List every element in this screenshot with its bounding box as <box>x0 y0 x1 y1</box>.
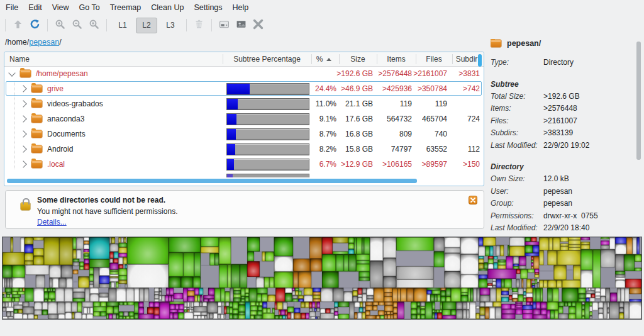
horizontal-scrollbar[interactable] <box>7 179 417 183</box>
percentage-bar <box>226 98 309 110</box>
column-header-subtree-percentage[interactable]: Subtree Percentage <box>223 52 311 66</box>
zoom-out-button[interactable] <box>69 17 86 33</box>
partial-row-bar <box>226 174 309 177</box>
chevron-right-icon[interactable] <box>19 100 26 107</box>
percent-cell: 8.2% <box>310 142 336 157</box>
subdirs-cell <box>451 96 480 111</box>
toolbar-separator <box>211 19 212 31</box>
details-row: User:pepesan <box>491 186 635 198</box>
warning-line2: You might not have sufficient permission… <box>37 206 177 218</box>
column-header-name[interactable]: Name <box>9 52 30 66</box>
zoom-fit-button[interactable] <box>86 17 103 33</box>
column-header-size[interactable]: Size <box>339 52 377 66</box>
refresh-button[interactable] <box>26 17 43 33</box>
details-row: Own Size:12.0 kB <box>491 173 635 186</box>
breadcrumb-link-pepesan[interactable]: pepesan <box>29 38 59 47</box>
details-scrollbar[interactable] <box>636 42 641 160</box>
column-header-percent[interactable]: % <box>311 52 336 66</box>
files-cell: >2161007 <box>414 66 447 81</box>
table-header: Name Subtree Percentage % Size Items Fil… <box>4 52 484 67</box>
menu-file[interactable]: File <box>1 3 23 12</box>
zoom-fit-icon <box>89 19 99 31</box>
item-name: .local <box>47 160 65 169</box>
percent-cell: 24.4% <box>310 81 336 96</box>
details-label: Last Modified: <box>491 140 543 152</box>
tree-rows: /home/pepesan>192.6 GB>2576448>2161007>3… <box>4 66 484 186</box>
details-link[interactable]: Details... <box>37 218 67 227</box>
menu-view[interactable]: View <box>47 3 74 12</box>
toolbar-separator <box>106 19 107 31</box>
column-header-items[interactable]: Items <box>377 52 416 66</box>
window-icon <box>219 19 230 31</box>
sort-ascending-icon <box>326 58 331 61</box>
show-treemap-button[interactable] <box>233 17 250 33</box>
item-name: Documents <box>47 130 86 138</box>
move-to-trash-button[interactable] <box>191 17 208 33</box>
menu-help[interactable]: Help <box>228 3 254 12</box>
details-label: Items: <box>491 103 543 115</box>
details-label: Type: <box>491 57 543 69</box>
zoom-out-icon <box>72 19 82 31</box>
zoom-in-button[interactable] <box>52 17 69 33</box>
item-name: videos-grabados <box>47 99 103 108</box>
table-row-home-pepesan[interactable]: /home/pepesan>192.6 GB>2576448>2161007>3… <box>4 66 484 81</box>
toolbar-separator <box>5 19 6 31</box>
menubar: File Edit View Go To Treemap Clean Up Se… <box>0 0 644 15</box>
percent-cell: 6.7% <box>310 157 336 172</box>
folder-icon <box>491 40 501 47</box>
details-row: Last Modified:22/9/20 19:02 <box>491 140 635 152</box>
items-cell: >106165 <box>375 157 412 172</box>
details-label: Last Modified: <box>491 222 543 234</box>
treemap-canvas[interactable] <box>2 237 642 320</box>
menu-clean-up[interactable]: Clean Up <box>146 3 189 12</box>
table-row-documents[interactable]: Documents8.7%16.8 GB809740 <box>4 126 484 142</box>
image-icon <box>236 19 247 31</box>
stop-reading-button[interactable] <box>250 17 267 33</box>
table-row-anaconda3[interactable]: anaconda39.1%17.6 GB564732465704724 <box>4 111 484 126</box>
chevron-right-icon[interactable] <box>19 160 26 167</box>
menu-treemap[interactable]: Treemap <box>105 3 147 12</box>
table-row-local[interactable]: .local6.7%>12.9 GB>106165>89597>150 <box>4 157 484 172</box>
breadcrumb-prefix: /home/ <box>5 38 29 47</box>
show-details-panel-button[interactable] <box>216 17 233 33</box>
details-value: >2576448 <box>543 103 577 115</box>
treemap-level-3-button[interactable]: L3 <box>160 18 181 33</box>
column-header-subdirs[interactable]: Subdir <box>452 52 481 66</box>
files-cell: 465704 <box>414 111 447 126</box>
table-row-videos-grabados[interactable]: videos-grabados11.0%21.1 GB119119 <box>4 96 484 111</box>
size-cell: 21.1 GB <box>338 96 373 111</box>
chevron-right-icon[interactable] <box>19 145 26 152</box>
size-cell: 16.8 GB <box>338 126 373 142</box>
vertical-scrollbar[interactable] <box>478 54 482 67</box>
treemap-level-2-button[interactable]: L2 <box>136 18 157 33</box>
column-header-files[interactable]: Files <box>416 52 452 66</box>
table-row-grive[interactable]: grive24.4%>46.9 GB>425936>350784>742 <box>4 81 484 96</box>
chevron-right-icon[interactable] <box>19 115 26 122</box>
folder-icon <box>20 70 31 77</box>
folder-icon <box>31 145 42 153</box>
go-up-button[interactable] <box>9 17 26 33</box>
treemap-level-1-button[interactable]: L1 <box>112 18 133 33</box>
chevron-right-icon[interactable] <box>19 130 26 137</box>
details-row: Subdirs:>383139 <box>491 127 635 140</box>
menu-settings[interactable]: Settings <box>189 3 227 12</box>
chevron-right-icon[interactable] <box>19 85 26 92</box>
details-label: Subdirs: <box>491 127 543 140</box>
table-row-android[interactable]: Android8.2%15.8 GB7479763552112 <box>4 142 484 157</box>
up-icon <box>13 19 23 31</box>
subdirs-cell: 112 <box>451 142 480 157</box>
details-row: Permissions:drwxr-xr-x 0755 <box>491 210 635 223</box>
menu-go-to[interactable]: Go To <box>74 3 105 12</box>
details-rows: Type:DirectorySubtreeTotal Size:>192.6 G… <box>491 57 635 234</box>
close-warning-button[interactable] <box>469 196 477 204</box>
item-name: /home/pepesan <box>36 69 88 78</box>
menu-edit[interactable]: Edit <box>23 3 47 12</box>
percentage-bar <box>226 83 309 95</box>
chevron-down-icon[interactable] <box>8 69 15 76</box>
details-section-heading: Directory <box>491 160 635 173</box>
item-name: anaconda3 <box>47 115 84 123</box>
files-cell: 119 <box>414 96 447 111</box>
stop-icon <box>252 18 264 32</box>
details-label: Files: <box>491 115 543 128</box>
size-cell: >192.6 GB <box>338 66 373 81</box>
